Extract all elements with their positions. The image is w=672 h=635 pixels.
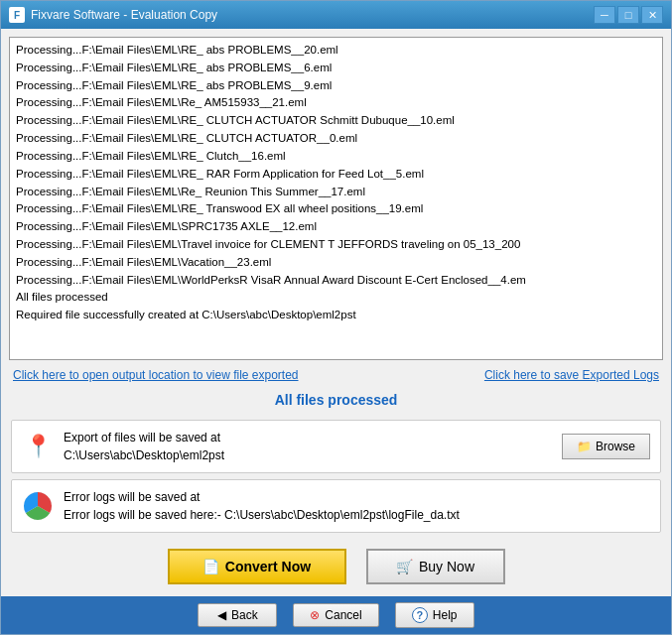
info-section: 📍 Export of files will be saved at C:\Us… (9, 416, 663, 537)
log-line: Processing...F:\Email Files\EML\RE_ abs … (16, 77, 656, 95)
help-icon: ? (412, 607, 428, 623)
all-files-status: All files processed (9, 390, 663, 410)
back-icon: ◀ (217, 608, 226, 622)
window-title: Fixvare Software - Evaluation Copy (31, 8, 594, 22)
help-button[interactable]: ? Help (395, 602, 474, 628)
maximize-button[interactable]: □ (617, 6, 639, 24)
log-line: Processing...F:\Email Files\EML\RE_ abs … (16, 60, 656, 77)
log-line: Processing...F:\Email Files\EML\RE_ CLUT… (16, 112, 656, 130)
buy-icon: 🛒 (396, 559, 413, 574)
footer: ◀ Back ⊗ Cancel ? Help (1, 596, 671, 634)
cancel-label: Cancel (325, 608, 361, 622)
buy-now-button[interactable]: 🛒 Buy Now (366, 549, 505, 584)
back-button[interactable]: ◀ Back (198, 603, 277, 627)
log-line: Processing...F:\Email Files\EML\RE_ abs … (16, 42, 656, 60)
minimize-button[interactable]: ─ (594, 6, 615, 24)
log-line: Processing...F:\Email Files\EML\WorldPer… (16, 272, 656, 290)
log-line: Processing...F:\Email Files\EML\RE_ Tran… (16, 200, 656, 218)
save-logs-link[interactable]: Click here to save Exported Logs (484, 368, 659, 382)
log-line: Processing...F:\Email Files\EML\Re_ AM51… (16, 94, 656, 112)
export-info-row: 📍 Export of files will be saved at C:\Us… (11, 420, 661, 473)
app-icon: F (9, 7, 25, 23)
main-window: F Fixvare Software - Evaluation Copy ─ □… (0, 0, 672, 635)
cancel-button[interactable]: ⊗ Cancel (293, 603, 378, 627)
cancel-icon: ⊗ (310, 608, 320, 622)
browse-label: Browse (596, 440, 635, 453)
links-row: Click here to open output location to vi… (9, 366, 663, 384)
main-content: Processing...F:\Email Files\EML\RE_ abs … (1, 29, 671, 596)
log-line: Processing...F:\Email Files\EML\Travel i… (16, 236, 656, 254)
log-area[interactable]: Processing...F:\Email Files\EML\RE_ abs … (9, 37, 663, 360)
title-bar: F Fixvare Software - Evaluation Copy ─ □… (1, 1, 671, 29)
window-controls: ─ □ ✕ (594, 6, 663, 24)
export-info-text: Export of files will be saved at C:\User… (64, 429, 552, 464)
log-line: Required file successfully created at C:… (16, 307, 656, 324)
buy-label: Buy Now (419, 559, 474, 574)
browse-button[interactable]: 📁 Browse (562, 434, 650, 459)
log-line: Processing...F:\Email Files\EML\RE_ Clut… (16, 148, 656, 166)
back-label: Back (231, 608, 258, 622)
close-button[interactable]: ✕ (641, 6, 663, 24)
log-line: All files processed (16, 289, 656, 307)
log-line: Processing...F:\Email Files\EML\Re_ Reun… (16, 184, 656, 201)
browse-icon: 📁 (577, 440, 592, 453)
log-line: Processing...F:\Email Files\EML\SPRC1735… (16, 218, 656, 236)
log-line: Processing...F:\Email Files\EML\Vacation… (16, 254, 656, 272)
convert-now-button[interactable]: 📄 Convert Now (168, 549, 346, 584)
convert-icon: 📄 (202, 559, 219, 574)
help-label: Help (433, 608, 458, 622)
log-line: Processing...F:\Email Files\EML\RE_ RAR … (16, 166, 656, 184)
action-buttons: 📄 Convert Now 🛒 Buy Now (9, 543, 663, 588)
location-icon: 📍 (22, 431, 54, 462)
log-line: Processing...F:\Email Files\EML\RE_ CLUT… (16, 130, 656, 148)
pie-chart-icon (22, 490, 54, 522)
open-output-link[interactable]: Click here to open output location to vi… (13, 368, 299, 382)
error-info-text: Error logs will be saved at Error logs w… (64, 488, 650, 524)
convert-label: Convert Now (225, 559, 311, 574)
error-info-row: Error logs will be saved at Error logs w… (11, 479, 661, 533)
